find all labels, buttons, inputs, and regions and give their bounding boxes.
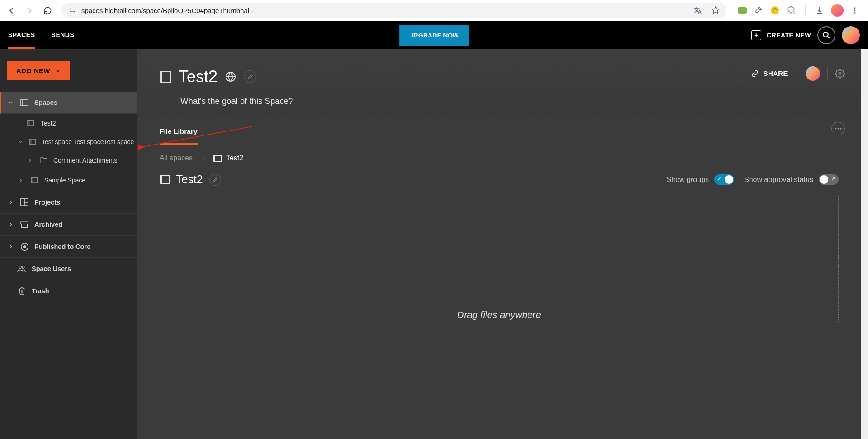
ext-icon-2[interactable] [754,5,764,15]
extensions-puzzle-icon[interactable] [786,5,796,15]
sidebar-item-archived[interactable]: Archived [0,214,137,236]
site-settings-icon[interactable] [68,6,77,15]
create-new-label: CREATE NEW [767,32,811,39]
section-title-row: Test2 Show groups ✓ Show approval status… [137,171,861,194]
more-options-button[interactable] [831,122,845,135]
sidebar: ADD NEW Spaces Test2 Test space Test spa… [0,49,137,439]
svg-point-29 [839,72,841,75]
svg-point-0 [70,9,71,10]
chevron-down-icon [7,99,14,106]
breadcrumb-current-label: Test2 [226,154,243,162]
chevron-right-icon [26,157,33,163]
user-avatar[interactable] [842,26,860,44]
sidebar-item-spaces[interactable]: Spaces [0,92,137,114]
space-title: Test2 [179,67,217,86]
dropzone-text: Drag files anywhere [457,309,541,320]
forward-button[interactable] [22,3,37,18]
svg-point-32 [840,128,841,129]
globe-icon[interactable] [225,71,236,83]
downloads-icon[interactable] [815,5,825,15]
browser-toolbar: spaces.hightail.com/space/BplloOP5C0#pag… [0,0,868,21]
label: Published to Core [34,243,90,250]
label: Trash [32,287,49,294]
space-goal-text[interactable]: What's the goal of this Space? [180,96,839,106]
folder-icon [39,157,48,163]
space-icon [26,120,35,126]
section-title: Test2 [176,173,203,186]
breadcrumb-root[interactable]: All spaces [160,154,193,162]
sidebar-item-space-users[interactable]: Space Users [0,258,137,280]
sidebar-item-sample-space[interactable]: Sample Space [0,169,137,191]
share-button[interactable]: SHARE [741,65,798,82]
edit-section-button[interactable] [209,174,221,186]
scrollbar[interactable] [861,49,868,439]
svg-rect-4 [738,7,747,14]
content-tabs: File Library [137,118,861,145]
label: Test space Test spaceTest space [42,138,134,145]
chevron-right-icon [17,177,24,183]
sidebar-item-testspace[interactable]: Test space Test spaceTest space [0,132,137,151]
label: Space Users [32,265,71,272]
chrome-profile-avatar[interactable] [831,4,844,17]
add-new-button[interactable]: ADD NEW [7,61,70,80]
svg-point-5 [771,6,779,14]
share-label: SHARE [763,70,788,77]
tab-sends[interactable]: SENDS [52,21,75,49]
toggle-approval-label: Show approval status [744,176,813,184]
sidebar-item-projects[interactable]: Projects [0,191,137,214]
plus-icon: + [751,30,761,40]
tab-spaces[interactable]: SPACES [8,21,35,49]
breadcrumb-current: Test2 [213,154,243,162]
archive-icon [20,221,29,228]
breadcrumb: All spaces Test2 [137,145,861,171]
space-icon [29,139,36,145]
label: Projects [34,199,60,206]
address-bar[interactable]: spaces.hightail.com/space/BplloOP5C0#pag… [61,3,726,18]
toggle-groups-label: Show groups [667,176,709,184]
sidebar-item-trash[interactable]: Trash [0,280,137,302]
label: Sample Space [44,177,85,184]
svg-point-25 [22,266,24,268]
bookmark-star-icon[interactable] [711,6,720,15]
edit-title-button[interactable] [244,70,256,83]
divider [805,5,806,15]
label: Test2 [41,120,56,127]
divider [827,67,828,80]
svg-rect-16 [31,177,38,182]
settings-button[interactable] [835,69,845,79]
chevron-right-icon [7,221,14,228]
toggle-show-approval[interactable]: ✕ [819,174,839,185]
space-icon [160,175,170,184]
translate-icon[interactable] [693,6,702,15]
svg-rect-21 [21,222,28,224]
file-dropzone[interactable]: Drag files anywhere [160,196,839,322]
toggle-show-groups[interactable]: ✓ [714,174,734,185]
sidebar-item-test2[interactable]: Test2 [0,114,137,132]
upgrade-button[interactable]: UPGRADE NOW [399,25,469,46]
create-new-button[interactable]: + CREATE NEW [751,30,811,40]
reload-button[interactable] [40,3,55,18]
ext-icon-1[interactable] [737,5,747,15]
space-icon [213,155,222,162]
main-content: Test2 What's the goal of this Space? SHA… [137,49,861,439]
svg-rect-1 [72,9,75,9]
search-button[interactable] [817,26,835,44]
projects-icon [20,198,29,206]
svg-point-23 [23,245,25,248]
tab-file-library[interactable]: File Library [160,127,198,145]
member-avatar[interactable] [806,66,820,81]
ext-icon-3[interactable] [770,5,780,15]
sidebar-item-comment-attachments[interactable]: Comment Attachments [0,151,137,169]
users-icon [17,265,26,272]
space-icon [30,177,39,183]
back-button[interactable] [4,3,19,18]
add-new-label: ADD NEW [16,67,50,75]
chevron-down-icon [17,139,24,145]
chrome-menu-icon[interactable] [850,5,860,15]
sidebar-item-published[interactable]: Published to Core [0,236,137,258]
space-header: Test2 What's the goal of this Space? SHA… [137,49,861,118]
extension-icons [733,4,864,17]
label: Archived [34,221,62,228]
svg-point-30 [835,128,836,129]
svg-point-31 [837,128,839,129]
